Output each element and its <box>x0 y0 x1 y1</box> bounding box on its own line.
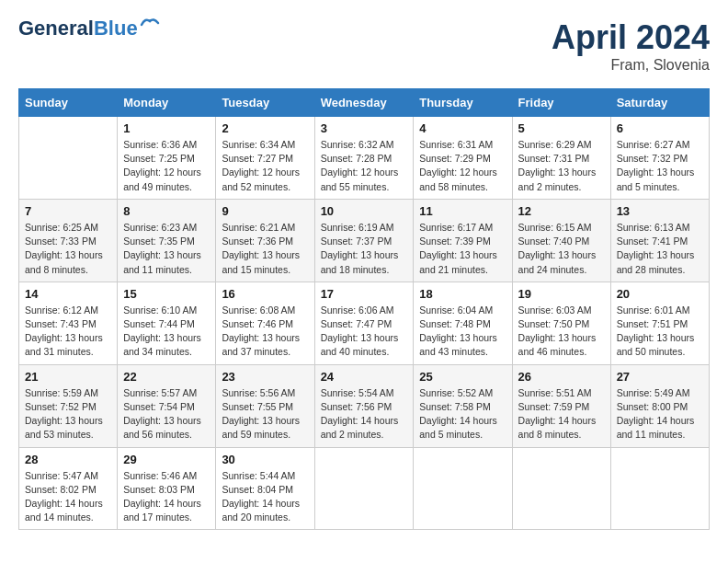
day-number: 13 <box>617 204 703 218</box>
calendar-cell: 23Sunrise: 5:56 AM Sunset: 7:55 PM Dayli… <box>216 364 314 447</box>
day-info: Sunrise: 6:23 AM Sunset: 7:35 PM Dayligh… <box>123 221 210 277</box>
day-number: 22 <box>123 370 210 384</box>
day-info: Sunrise: 6:21 AM Sunset: 7:36 PM Dayligh… <box>222 221 308 277</box>
calendar-week-row: 14Sunrise: 6:12 AM Sunset: 7:43 PM Dayli… <box>19 282 710 364</box>
day-number: 12 <box>518 204 605 218</box>
weekday-header-tuesday: Tuesday <box>216 89 314 117</box>
weekday-header-thursday: Thursday <box>414 89 512 117</box>
day-number: 18 <box>419 287 506 301</box>
day-info: Sunrise: 6:34 AM Sunset: 7:27 PM Dayligh… <box>222 138 308 194</box>
weekday-header-saturday: Saturday <box>610 89 709 117</box>
calendar-cell: 12Sunrise: 6:15 AM Sunset: 7:40 PM Dayli… <box>512 199 610 282</box>
weekday-header-row: SundayMondayTuesdayWednesdayThursdayFrid… <box>19 89 710 117</box>
calendar-cell: 30Sunrise: 5:44 AM Sunset: 8:04 PM Dayli… <box>216 447 314 530</box>
day-info: Sunrise: 6:13 AM Sunset: 7:41 PM Dayligh… <box>617 221 703 277</box>
day-info: Sunrise: 5:51 AM Sunset: 7:59 PM Dayligh… <box>518 386 605 442</box>
day-info: Sunrise: 6:31 AM Sunset: 7:29 PM Dayligh… <box>419 138 506 194</box>
day-info: Sunrise: 6:10 AM Sunset: 7:44 PM Dayligh… <box>123 304 210 360</box>
day-number: 15 <box>123 287 210 301</box>
day-number: 28 <box>25 453 111 466</box>
day-info: Sunrise: 6:17 AM Sunset: 7:39 PM Dayligh… <box>419 221 506 277</box>
day-number: 14 <box>25 287 111 301</box>
calendar-cell <box>414 447 512 530</box>
day-number: 11 <box>419 204 506 218</box>
calendar-cell: 22Sunrise: 5:57 AM Sunset: 7:54 PM Dayli… <box>118 364 216 447</box>
calendar-week-row: 1Sunrise: 6:36 AM Sunset: 7:25 PM Daylig… <box>19 117 710 200</box>
calendar-week-row: 21Sunrise: 5:59 AM Sunset: 7:52 PM Dayli… <box>19 364 710 447</box>
day-info: Sunrise: 6:01 AM Sunset: 7:51 PM Dayligh… <box>617 304 703 360</box>
calendar-cell: 27Sunrise: 5:49 AM Sunset: 8:00 PM Dayli… <box>610 364 709 447</box>
logo: GeneralBlue <box>18 18 160 39</box>
calendar-cell: 17Sunrise: 6:06 AM Sunset: 7:47 PM Dayli… <box>314 282 414 364</box>
calendar-cell: 1Sunrise: 6:36 AM Sunset: 7:25 PM Daylig… <box>118 117 216 200</box>
day-number: 25 <box>419 370 506 384</box>
calendar-week-row: 28Sunrise: 5:47 AM Sunset: 8:02 PM Dayli… <box>19 447 710 530</box>
day-number: 17 <box>321 287 408 301</box>
day-info: Sunrise: 6:08 AM Sunset: 7:46 PM Dayligh… <box>222 304 308 360</box>
calendar-cell: 11Sunrise: 6:17 AM Sunset: 7:39 PM Dayli… <box>414 199 512 282</box>
calendar-cell: 26Sunrise: 5:51 AM Sunset: 7:59 PM Dayli… <box>512 364 610 447</box>
day-number: 21 <box>25 370 111 384</box>
day-info: Sunrise: 6:15 AM Sunset: 7:40 PM Dayligh… <box>518 221 605 277</box>
weekday-header-monday: Monday <box>118 89 216 117</box>
day-info: Sunrise: 5:52 AM Sunset: 7:58 PM Dayligh… <box>419 386 506 442</box>
calendar-cell: 10Sunrise: 6:19 AM Sunset: 7:37 PM Dayli… <box>314 199 414 282</box>
day-number: 2 <box>222 121 308 135</box>
day-info: Sunrise: 5:49 AM Sunset: 8:00 PM Dayligh… <box>617 386 703 442</box>
day-number: 23 <box>222 370 308 384</box>
weekday-header-friday: Friday <box>512 89 610 117</box>
day-info: Sunrise: 5:59 AM Sunset: 7:52 PM Dayligh… <box>25 386 111 442</box>
day-info: Sunrise: 5:46 AM Sunset: 8:03 PM Dayligh… <box>123 469 210 525</box>
logo-text: GeneralBlue <box>18 18 138 39</box>
calendar-table: SundayMondayTuesdayWednesdayThursdayFrid… <box>18 88 710 530</box>
day-info: Sunrise: 6:03 AM Sunset: 7:50 PM Dayligh… <box>518 304 605 360</box>
day-number: 26 <box>518 370 605 384</box>
location-subtitle: Fram, Slovenia <box>552 57 710 74</box>
calendar-cell: 15Sunrise: 6:10 AM Sunset: 7:44 PM Dayli… <box>118 282 216 364</box>
day-info: Sunrise: 5:47 AM Sunset: 8:02 PM Dayligh… <box>25 469 111 525</box>
calendar-cell: 18Sunrise: 6:04 AM Sunset: 7:48 PM Dayli… <box>414 282 512 364</box>
day-number: 5 <box>518 121 605 135</box>
calendar-cell: 19Sunrise: 6:03 AM Sunset: 7:50 PM Dayli… <box>512 282 610 364</box>
calendar-cell: 20Sunrise: 6:01 AM Sunset: 7:51 PM Dayli… <box>610 282 709 364</box>
day-number: 8 <box>123 204 210 218</box>
calendar-cell <box>610 447 709 530</box>
day-info: Sunrise: 6:04 AM Sunset: 7:48 PM Dayligh… <box>419 304 506 360</box>
day-number: 3 <box>321 121 408 135</box>
day-number: 20 <box>617 287 703 301</box>
day-number: 7 <box>25 204 111 218</box>
calendar-cell: 21Sunrise: 5:59 AM Sunset: 7:52 PM Dayli… <box>19 364 118 447</box>
day-number: 29 <box>123 453 210 466</box>
day-number: 10 <box>321 204 408 218</box>
calendar-cell: 3Sunrise: 6:32 AM Sunset: 7:28 PM Daylig… <box>314 117 414 200</box>
calendar-cell <box>314 447 414 530</box>
day-number: 19 <box>518 287 605 301</box>
day-number: 9 <box>222 204 308 218</box>
calendar-cell: 9Sunrise: 6:21 AM Sunset: 7:36 PM Daylig… <box>216 199 314 282</box>
calendar-cell: 5Sunrise: 6:29 AM Sunset: 7:31 PM Daylig… <box>512 117 610 200</box>
day-number: 24 <box>321 370 408 384</box>
calendar-cell: 4Sunrise: 6:31 AM Sunset: 7:29 PM Daylig… <box>414 117 512 200</box>
day-number: 27 <box>617 370 703 384</box>
calendar-cell: 13Sunrise: 6:13 AM Sunset: 7:41 PM Dayli… <box>610 199 709 282</box>
day-number: 6 <box>617 121 703 135</box>
day-info: Sunrise: 6:25 AM Sunset: 7:33 PM Dayligh… <box>25 221 111 277</box>
calendar-week-row: 7Sunrise: 6:25 AM Sunset: 7:33 PM Daylig… <box>19 199 710 282</box>
logo-bird-icon <box>140 17 160 32</box>
weekday-header-wednesday: Wednesday <box>314 89 414 117</box>
calendar-cell: 8Sunrise: 6:23 AM Sunset: 7:35 PM Daylig… <box>118 199 216 282</box>
day-info: Sunrise: 5:44 AM Sunset: 8:04 PM Dayligh… <box>222 469 308 525</box>
calendar-cell: 7Sunrise: 6:25 AM Sunset: 7:33 PM Daylig… <box>19 199 118 282</box>
calendar-cell: 2Sunrise: 6:34 AM Sunset: 7:27 PM Daylig… <box>216 117 314 200</box>
day-info: Sunrise: 6:06 AM Sunset: 7:47 PM Dayligh… <box>321 304 408 360</box>
title-block: April 2024 Fram, Slovenia <box>552 18 710 74</box>
day-info: Sunrise: 6:29 AM Sunset: 7:31 PM Dayligh… <box>518 138 605 194</box>
weekday-header-sunday: Sunday <box>19 89 118 117</box>
page-header: GeneralBlue April 2024 Fram, Slovenia <box>18 18 710 74</box>
day-number: 16 <box>222 287 308 301</box>
month-year-title: April 2024 <box>552 18 710 57</box>
calendar-cell: 25Sunrise: 5:52 AM Sunset: 7:58 PM Dayli… <box>414 364 512 447</box>
calendar-cell: 28Sunrise: 5:47 AM Sunset: 8:02 PM Dayli… <box>19 447 118 530</box>
calendar-cell: 6Sunrise: 6:27 AM Sunset: 7:32 PM Daylig… <box>610 117 709 200</box>
day-number: 1 <box>123 121 210 135</box>
